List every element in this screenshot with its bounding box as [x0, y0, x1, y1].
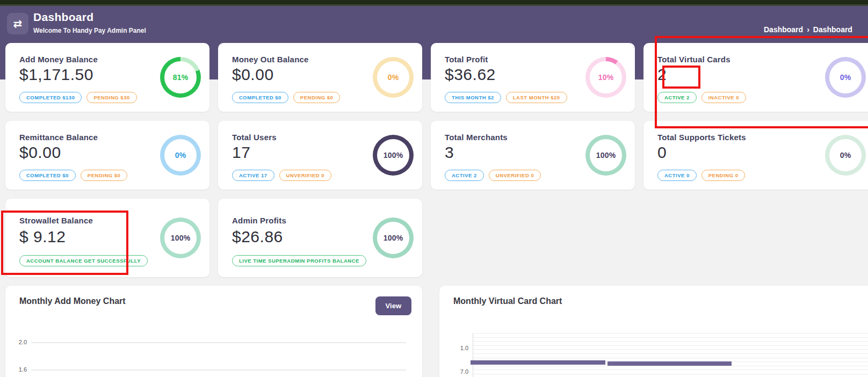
chart-plot-area: [473, 333, 868, 377]
donut-percent: 81%: [173, 73, 189, 82]
stat-value: $36.62: [445, 66, 496, 84]
status-badge: COMPLETED $0: [232, 92, 288, 103]
stat-value: 3: [445, 143, 454, 162]
progress-donut: 81%: [160, 57, 201, 98]
badge-row: ACTIVE 17 UNVERIFIED 0: [232, 170, 331, 181]
badge-row: ACTIVE 0 PENDING 0: [657, 170, 745, 181]
badge-row: COMPLETED $130 PENDING $30: [19, 92, 137, 103]
stat-value: $0.00: [19, 143, 61, 162]
stat-title: Admin Profits: [232, 216, 286, 225]
stat-card-add-money-balance: Add Money Balance $1,171.50 COMPLETED $1…: [5, 43, 209, 112]
sidebar-toggle-button[interactable]: ⇄: [7, 13, 28, 34]
stat-value: $0.00: [232, 66, 274, 84]
donut-percent: 0%: [840, 151, 851, 160]
status-badge: COMPLETED $130: [19, 92, 82, 103]
breadcrumb-root[interactable]: Dashboard: [764, 25, 803, 34]
badge-row: COMPLETED $0 PENDING $0: [19, 170, 127, 181]
progress-donut: 100%: [373, 135, 414, 176]
badge-row: ACCOUNT BALANCE GET SUCCESSFULLY: [19, 255, 148, 266]
status-badge: ACCOUNT BALANCE GET SUCCESSFULLY: [19, 255, 148, 266]
progress-donut: 0%: [825, 57, 866, 98]
progress-donut: 100%: [585, 135, 626, 176]
donut-percent: 10%: [598, 73, 614, 82]
stat-card-strowallet-balance: Strowallet Balance $ 9.12 ACCOUNT BALANC…: [5, 199, 209, 277]
chart-title: Monthly Virtual Card Chart: [453, 296, 562, 306]
y-axis-tick: 1.6: [9, 366, 27, 373]
browser-top-strip: [0, 0, 868, 6]
view-button[interactable]: View: [375, 296, 411, 315]
donut-percent: 100%: [384, 234, 403, 242]
badge-row: LIVE TIME SUPERADMIN PROFITS BALANCE: [232, 255, 366, 266]
badge-row: ACTIVE 2 INACTIVE 0: [657, 92, 746, 103]
stat-value: 0: [657, 143, 667, 162]
status-badge: THIS MONTH $2: [445, 92, 501, 103]
stat-value: $1,171.50: [19, 66, 93, 84]
donut-percent: 100%: [384, 151, 403, 160]
gridline: 2.0: [31, 342, 406, 343]
donut-percent: 100%: [171, 234, 191, 242]
status-badge: PENDING $0: [293, 92, 341, 103]
stat-card-total-merchants: Total Merchants 3 ACTIVE 2 UNVERIFIED 0 …: [431, 121, 635, 190]
progress-donut: 10%: [585, 57, 626, 98]
status-badge: LIVE TIME SUPERADMIN PROFITS BALANCE: [232, 255, 366, 266]
stat-value: 2: [657, 66, 667, 84]
badge-row: ACTIVE 2 UNVERIFIED 0: [445, 170, 541, 181]
stat-value: $ 9.12: [19, 228, 66, 246]
status-badge: ACTIVE 0: [657, 170, 697, 181]
badge-row: THIS MONTH $2 LAST MONTH $20: [445, 92, 567, 103]
stat-card-total-supports-tickets: Total Supports Tickets 0 ACTIVE 0 PENDIN…: [643, 121, 868, 190]
progress-donut: 0%: [373, 57, 414, 98]
stat-value: 17: [232, 143, 250, 162]
status-badge: LAST MONTH $20: [506, 92, 567, 103]
monthly-add-money-chart-card: Monthly Add Money Chart View 2.0 1.6: [5, 286, 422, 377]
stat-card-total-virtual-cards: Total Virtual Cards 2 ACTIVE 2 INACTIVE …: [643, 43, 868, 112]
y-axis-tick: 1.0: [447, 345, 468, 351]
stat-value: $26.86: [232, 228, 283, 246]
progress-donut: 100%: [373, 218, 414, 258]
status-badge: UNVERIFIED 0: [279, 170, 331, 181]
donut-percent: 0%: [175, 151, 186, 160]
y-axis-tick: 7.0: [447, 368, 468, 375]
breadcrumb-current: Dashboard: [813, 25, 852, 34]
chevron-right-icon: ›: [807, 25, 809, 34]
page-title: Dashboard: [33, 11, 146, 24]
stat-card-money-out-balance: Money Out Balance $0.00 COMPLETED $0 PEN…: [218, 43, 422, 112]
donut-percent: 0%: [388, 73, 399, 82]
stat-title: Total Supports Tickets: [657, 133, 746, 142]
page-subtitle: Welcome To Handy Pay Admin Panel: [33, 27, 146, 34]
stat-card-total-users: Total Users 17 ACTIVE 17 UNVERIFIED 0 10…: [218, 121, 422, 190]
progress-donut: 100%: [160, 218, 201, 258]
header-titles: Dashboard Welcome To Handy Pay Admin Pan…: [33, 11, 146, 34]
chart-title: Monthly Add Money Chart: [19, 296, 126, 306]
status-badge: UNVERIFIED 0: [489, 170, 541, 181]
status-badge: ACTIVE 2: [445, 170, 484, 181]
status-badge: COMPLETED $0: [19, 170, 76, 181]
status-badge: PENDING $30: [86, 92, 136, 103]
stat-title: Total Users: [232, 133, 277, 142]
stat-card-remittance-balance: Remittance Balance $0.00 COMPLETED $0 PE…: [5, 121, 209, 190]
progress-donut: 0%: [160, 135, 201, 176]
swap-arrows-icon: ⇄: [13, 17, 23, 30]
donut-percent: 100%: [596, 151, 616, 160]
status-badge: PENDING 0: [701, 170, 746, 181]
stat-title: Total Virtual Cards: [657, 55, 730, 64]
breadcrumb: Dashboard›Dashboard: [764, 25, 852, 34]
status-badge: INACTIVE 0: [701, 92, 746, 103]
bar-segment: [471, 360, 605, 365]
stat-title: Money Out Balance: [232, 55, 309, 64]
y-axis-tick: 2.0: [9, 339, 27, 345]
stat-card-total-profit: Total Profit $36.62 THIS MONTH $2 LAST M…: [431, 43, 635, 112]
badge-row: COMPLETED $0 PENDING $0: [232, 92, 340, 103]
donut-percent: 0%: [840, 73, 851, 82]
stat-title: Total Profit: [445, 55, 488, 64]
status-badge: ACTIVE 17: [232, 170, 274, 181]
status-badge: PENDING $0: [81, 170, 128, 181]
gridline: 1.6: [31, 369, 406, 371]
bar-segment: [607, 361, 732, 366]
status-badge: ACTIVE 2: [657, 92, 697, 103]
monthly-virtual-card-chart-card: Monthly Virtual Card Chart 1.0 7.0: [439, 286, 868, 377]
progress-donut: 0%: [825, 135, 866, 176]
stat-card-admin-profits: Admin Profits $26.86 LIVE TIME SUPERADMI…: [218, 199, 422, 277]
stat-title: Strowallet Balance: [19, 216, 93, 225]
stat-title: Total Merchants: [445, 133, 508, 142]
